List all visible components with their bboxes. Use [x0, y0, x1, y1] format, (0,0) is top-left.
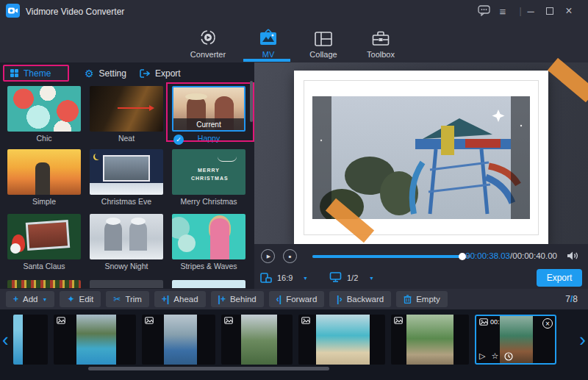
image-placeholder-icon — [394, 317, 403, 324]
preview-frame — [294, 71, 548, 245]
page-dropdown-caret[interactable]: ▼ — [369, 276, 374, 281]
image-placeholder-icon — [224, 317, 233, 324]
timeline-clip[interactable] — [298, 315, 385, 365]
image-placeholder-icon — [301, 317, 310, 324]
volume-icon[interactable] — [567, 251, 579, 261]
titlebar: Vidmore Video Converter ≡ | ─ × Converte… — [0, 0, 588, 62]
current-theme-badge: Current — [173, 118, 244, 130]
trim-button[interactable]: ✂ Trim — [106, 291, 149, 307]
app-logo-icon — [6, 4, 20, 18]
tab-setting[interactable]: ⚙ Setting — [79, 65, 132, 82]
image-placeholder-icon — [145, 317, 154, 324]
theme-thumbnail-partial[interactable] — [90, 280, 163, 288]
theme-thumbnail — [90, 149, 163, 195]
theme-card-snowy-night[interactable]: Snowy Night — [90, 214, 163, 270]
behind-button[interactable]: |+ Behind — [211, 291, 264, 307]
edit-button[interactable]: ✦ Edit — [60, 291, 101, 307]
tab-toolbox[interactable]: Toolbox — [355, 26, 406, 59]
theme-thumbnail: Current — [172, 86, 245, 132]
theme-card-chic[interactable]: Chic — [7, 86, 81, 143]
theme-thumbnail-partial[interactable] — [7, 280, 81, 288]
tab-converter[interactable]: Converter — [182, 26, 234, 59]
preview-panel: ▶ ■ 00:00:38.03/00:00:40.00 16:9 ▼ 1/2 ▼ — [254, 62, 588, 289]
timeline-clip-selected[interactable]: 00: × ▷ ☆ — [475, 315, 556, 365]
clip-edit-icon[interactable]: ☆ — [491, 351, 498, 361]
export-arrow-icon — [140, 69, 150, 78]
theme-card-neat[interactable]: Neat — [90, 86, 163, 143]
theme-card-stripes-waves[interactable]: Stripes & Waves — [172, 214, 245, 270]
clip-duration-label: 00: — [490, 318, 500, 326]
timeline-clip[interactable] — [221, 315, 293, 365]
theme-panel: Theme ⚙ Setting Export Chic Neat Current… — [0, 62, 254, 289]
playback-controls: ▶ ■ 00:00:38.03/00:00:40.00 16:9 ▼ 1/2 ▼ — [254, 244, 588, 289]
minimize-button[interactable]: ─ — [523, 4, 538, 18]
trash-icon — [404, 295, 412, 304]
add-button[interactable]: + Add ▼ — [6, 291, 54, 307]
check-icon: ✓ — [173, 135, 184, 145]
timeline-clip[interactable] — [391, 315, 469, 365]
empty-button[interactable]: Empty — [396, 291, 448, 307]
theme-thumbnail — [7, 86, 81, 132]
tab-mv[interactable]: MV — [243, 26, 294, 59]
feedback-icon[interactable] — [476, 4, 491, 17]
time-current: 00:00:38.03 — [465, 251, 510, 260]
timeline-clip[interactable] — [13, 315, 48, 365]
window-title: Vidmore Video Converter — [26, 7, 124, 17]
theme-card-merry-christmas[interactable]: MERRY CHRISTMAS Merry Christmas — [172, 149, 245, 206]
time-display: 00:00:38.03/00:00:40.00 — [465, 251, 557, 260]
add-dropdown-caret: ▼ — [42, 297, 47, 302]
menu-icon[interactable]: ≡ — [495, 4, 510, 18]
theme-card-santa-claus[interactable]: Santa Claus — [7, 214, 81, 270]
theme-thumbnail: MERRY CHRISTMAS — [172, 149, 245, 195]
timeline-prev-arrow[interactable]: ‹ — [2, 330, 9, 349]
tab-collage[interactable]: Collage — [298, 26, 349, 59]
tab-theme[interactable]: Theme — [3, 65, 69, 82]
timeline-next-arrow[interactable]: › — [579, 330, 586, 349]
image-placeholder-icon — [57, 317, 65, 324]
backward-button[interactable]: |› Backward — [329, 291, 391, 307]
app-window: Vidmore Video Converter ≡ | ─ × Converte… — [0, 0, 588, 380]
tape-decoration-top — [548, 58, 588, 103]
timeline-clip[interactable] — [142, 315, 215, 365]
clip-counter: 7/8 — [565, 294, 578, 304]
theme-card-simple[interactable]: Simple — [7, 149, 81, 206]
stop-button[interactable]: ■ — [283, 249, 297, 263]
scissors-icon: ✂ — [113, 295, 121, 304]
tab-export-panel[interactable]: Export — [134, 65, 187, 82]
theme-panel-scrollbar[interactable] — [250, 81, 253, 122]
timeline-clip[interactable] — [54, 315, 136, 365]
clip-play-icon[interactable]: ▷ — [479, 351, 485, 361]
behind-icon: |+ — [218, 295, 226, 304]
theme-card-happy-selected[interactable]: Current ✓ Happy — [172, 86, 245, 143]
export-button[interactable]: Export — [537, 269, 582, 287]
backward-icon: |› — [337, 295, 342, 304]
active-tab-underline — [243, 59, 290, 62]
converter-icon — [182, 26, 234, 46]
clip-clock-icon[interactable] — [504, 352, 513, 361]
aspect-dropdown-caret[interactable]: ▼ — [303, 276, 308, 281]
aspect-ratio-value[interactable]: 16:9 — [277, 273, 293, 282]
ahead-button[interactable]: +| Ahead — [154, 291, 206, 307]
collage-icon — [298, 26, 349, 46]
time-total: 00:00:40.00 — [512, 251, 557, 260]
close-button[interactable]: × — [562, 4, 576, 18]
page-indicator[interactable]: 1/2 — [347, 273, 358, 282]
mv-icon — [243, 26, 294, 46]
play-button[interactable]: ▶ — [261, 249, 275, 263]
aspect-ratio-icon — [260, 273, 272, 283]
theme-thumbnail — [172, 214, 245, 259]
image-placeholder-icon — [479, 318, 488, 326]
edit-star-icon: ✦ — [67, 295, 74, 304]
toolbox-icon — [355, 26, 406, 46]
theme-card-christmas-eve[interactable]: Christmas Eve — [90, 149, 163, 206]
forward-button[interactable]: ‹| Forward — [269, 291, 325, 307]
theme-thumbnail — [90, 86, 163, 132]
theme-thumbnail — [7, 214, 81, 259]
theme-thumbnail-partial[interactable] — [172, 280, 245, 288]
seek-bar[interactable] — [312, 255, 470, 258]
forward-icon: ‹| — [276, 295, 282, 304]
seek-bar-fill — [312, 255, 462, 258]
maximize-button[interactable] — [542, 4, 557, 18]
timeline-scrollbar[interactable] — [88, 367, 329, 370]
clip-remove-icon[interactable]: × — [542, 318, 553, 329]
